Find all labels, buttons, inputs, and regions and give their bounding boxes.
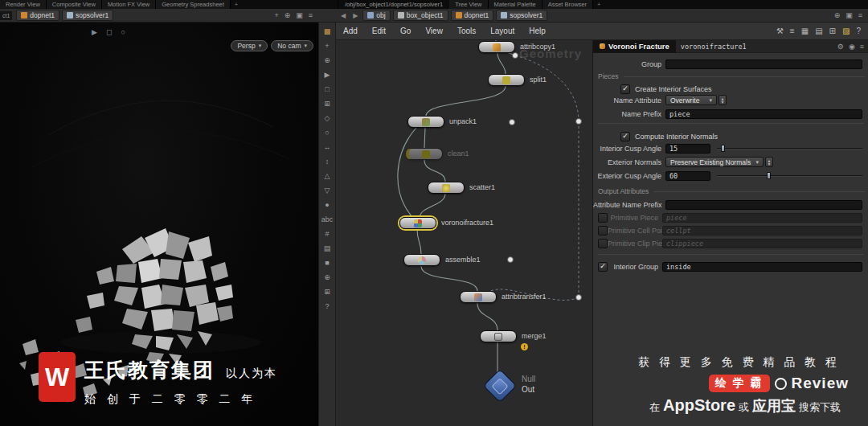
node-voronoifracture1-selected[interactable]: voronoifracture1 (399, 217, 436, 229)
normals-display-icon[interactable]: △ (320, 170, 334, 182)
path-obj[interactable]: obj (362, 10, 390, 21)
path-box-object1[interactable]: box_object1 (393, 10, 448, 21)
help-icon[interactable]: ? (856, 27, 861, 35)
link-pane-icon[interactable]: ▣ (845, 11, 853, 19)
node-merge1[interactable]: merge1 (480, 330, 517, 342)
scene-viewport[interactable]: ▶◻○ Persp ▾ No cam ▾ (0, 23, 318, 426)
node-attribcopy1[interactable]: attribcopy1 (478, 41, 515, 53)
marquee-tool-icon[interactable]: □ (320, 83, 334, 96)
add-view-icon[interactable]: ⊕ (320, 271, 334, 284)
pane-menu-icon[interactable]: ≡ (309, 11, 313, 19)
nav-forward-icon[interactable]: ▶ (353, 12, 360, 19)
exterior-normals-spinner[interactable]: ▲ ▼ (765, 157, 773, 167)
pane-tab-asset-browser[interactable]: Asset Browser (542, 0, 593, 9)
menu-view[interactable]: View (418, 23, 450, 40)
node-unpack1[interactable]: unpack1 (407, 116, 444, 128)
path-sopsolver1[interactable]: sopsolver1 (496, 10, 547, 21)
primitive-cell-point-checkbox[interactable] (598, 226, 608, 236)
pane-tab-render-view[interactable]: Render View (0, 0, 47, 9)
orbit-tool-icon[interactable]: ○ (320, 126, 334, 139)
pane-tab-motion-fx-view[interactable]: Motion FX View (102, 0, 156, 9)
warning-badge[interactable]: ! (521, 343, 528, 350)
path-dopnet1[interactable]: dopnet1 (451, 10, 494, 21)
breadcrumb-dopnet1[interactable]: dopnet1 (16, 10, 59, 21)
pane-tab-tree-view[interactable]: Tree View (449, 0, 488, 9)
select-arrow-icon[interactable]: ▶ (92, 28, 97, 36)
menu-layout[interactable]: Layout (483, 23, 522, 40)
primitive-clip-piece-input[interactable]: clippiece (662, 239, 862, 248)
menu-add[interactable]: Add (336, 23, 365, 40)
node-scatter1[interactable]: scatter1 (428, 182, 465, 194)
name-prefix-input[interactable]: piece (665, 109, 862, 119)
pane-tab-geometry-spreadsheet[interactable]: Geometry Spreadsheet (156, 0, 231, 9)
create-interior-surfaces-checkbox[interactable]: ✓ (620, 84, 630, 94)
name-attribute-dropdown[interactable]: Overwrite ▾ (665, 95, 717, 105)
primitive-clip-piece-checkbox[interactable] (598, 239, 608, 248)
maximize-pane-icon[interactable]: + (274, 11, 278, 19)
network-dots[interactable] (508, 53, 582, 301)
compute-interior-normals-checkbox[interactable]: ✓ (620, 132, 630, 141)
gear-icon[interactable]: ⚙ (837, 43, 844, 51)
breadcrumb-sopsolver1[interactable]: sopsolver1 (62, 10, 113, 21)
flip-normals-icon[interactable]: ▽ (320, 184, 334, 197)
primitive-cell-point-input[interactable]: cellpt (662, 226, 862, 236)
add-tool-icon[interactable]: + (320, 39, 334, 52)
new-tab-button[interactable]: + (593, 0, 604, 9)
exterior-cusp-slider[interactable] (717, 170, 862, 181)
attribute-count-icon[interactable]: # (320, 227, 334, 240)
pane-menu-icon[interactable]: ≡ (858, 11, 862, 19)
node-assemble1[interactable]: assemble1 (403, 254, 440, 266)
build-tools-icon[interactable]: ⚒ (776, 27, 784, 35)
view-cycle-icon[interactable]: ○ (121, 28, 125, 36)
translate-x-icon[interactable]: ↔ (320, 141, 334, 154)
exterior-normals-dropdown[interactable]: Preserve Existing Normals ▾ (665, 157, 764, 167)
menu-edit[interactable]: Edit (365, 23, 393, 40)
exterior-cusp-input[interactable]: 60 (665, 171, 710, 181)
persp-view-button[interactable]: Persp ▾ (231, 40, 268, 51)
attribute-name-prefix-input[interactable] (665, 200, 862, 210)
pin-pane-icon[interactable]: ⊕ (285, 11, 291, 19)
translate-y-icon[interactable]: ↕ (320, 155, 334, 168)
shelf-toggle-icon[interactable]: ▨ (842, 27, 850, 35)
collapsed-pane-tab[interactable]: ct1 (0, 11, 12, 20)
point-display-icon[interactable]: ● (320, 199, 334, 211)
select-tool-icon[interactable]: ▶ (320, 68, 334, 81)
menu-help[interactable]: Help (522, 23, 553, 40)
node-out-null[interactable]: Null Out (488, 374, 512, 398)
name-attribute-spinner[interactable]: ▲ ▼ (719, 95, 727, 105)
viewport-objects-icon[interactable]: ▩ (320, 25, 334, 38)
slider-handle[interactable] (721, 145, 725, 152)
text-overlay-icon[interactable]: abc (320, 213, 334, 226)
group-input[interactable] (665, 59, 862, 69)
interior-cusp-input[interactable]: 15 (665, 144, 710, 154)
shaded-display-icon[interactable]: ■ (320, 256, 334, 269)
marquee-select-icon[interactable]: ◻ (106, 28, 112, 36)
pane-split-icon[interactable]: ⊞ (829, 27, 836, 35)
primitive-tool-icon[interactable]: ◇ (320, 112, 334, 125)
nav-back-icon[interactable]: ◀ (341, 12, 348, 19)
interior-group-checkbox[interactable]: ✓ (598, 262, 608, 272)
new-tab-button[interactable]: + (231, 0, 242, 9)
pin-pane-icon[interactable]: ⊕ (834, 11, 841, 19)
spreadsheet-icon[interactable]: ▤ (320, 242, 334, 255)
node-clean1-bypassed[interactable]: clean1 (406, 148, 443, 160)
menu-go[interactable]: Go (393, 23, 418, 40)
param-node-tab[interactable]: Voronoi Fracture (593, 40, 676, 53)
grid-snap-icon[interactable]: ⊞ (320, 97, 334, 110)
menu-tools[interactable]: Tools (450, 23, 483, 40)
link-pane-icon[interactable]: ▣ (296, 11, 303, 19)
network-editor[interactable]: Geometry (336, 40, 592, 426)
interior-cusp-slider[interactable] (717, 143, 862, 154)
slider-handle[interactable] (767, 172, 771, 179)
pane-layout-rows-icon[interactable]: ▤ (815, 27, 822, 35)
pane-tab-composite-view[interactable]: Composite View (47, 0, 102, 9)
takes-list-icon[interactable]: ≡ (790, 27, 795, 35)
node-split1[interactable]: split1 (488, 74, 525, 86)
primitive-piece-checkbox[interactable] (598, 213, 608, 223)
pane-tab-material-palette[interactable]: Material Palette (489, 0, 542, 9)
primitive-piece-input[interactable]: piece (662, 213, 862, 223)
camera-select-button[interactable]: No cam ▾ (271, 40, 313, 51)
viewport-help-icon[interactable]: ? (320, 300, 334, 313)
pane-layout-grid-icon[interactable]: ▦ (801, 27, 809, 35)
interior-group-input[interactable]: inside (662, 262, 862, 272)
